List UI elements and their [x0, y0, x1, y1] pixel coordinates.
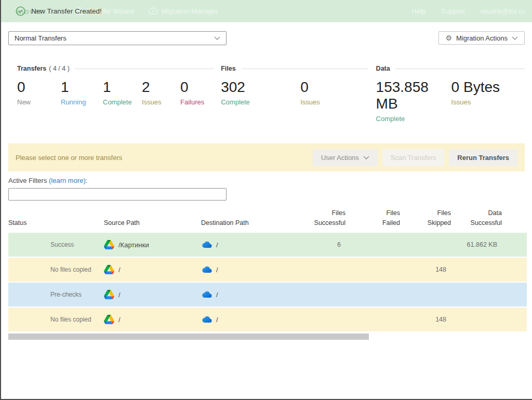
column-header-files-skipped: FilesSkipped [400, 208, 451, 229]
stats-items: 0New1Running1Complete2Issues0Failures [17, 79, 214, 106]
source-path-text: / [118, 291, 121, 299]
help-link[interactable]: Help [411, 7, 425, 15]
data-successful-cell: 61.862 KB [451, 241, 502, 248]
destination-path-cell: / [201, 291, 292, 299]
account-email[interactable]: vkudrik@list.ru [481, 7, 525, 15]
active-filters-colon: : [86, 177, 88, 184]
column-header-files-successful: FilesSuccessful [292, 208, 345, 229]
destination-path-text: / [216, 241, 218, 249]
stat-label: New [17, 98, 61, 106]
user-actions-button[interactable]: User Actions [313, 149, 378, 166]
horizontal-scrollbar-thumb[interactable] [8, 334, 369, 340]
google-drive-icon [104, 240, 114, 249]
toast-notification: New Transfer Created! [16, 0, 102, 22]
column-header-line: Skipped [400, 218, 451, 228]
active-filters-label: Active Filters (learn more): [8, 177, 525, 184]
selection-banner: Please select one or more transfers User… [8, 143, 525, 171]
stats-summary: Transfers( 4 / 4 )0New1Running1Complete2… [8, 65, 525, 123]
column-header-line: Successful [451, 218, 502, 228]
stats-group-title: Data [376, 65, 390, 72]
column-header-files-failed: FilesFailed [345, 208, 400, 229]
stat-value: 0 [300, 79, 320, 96]
column-header-destination-path: Destination Path [201, 218, 292, 228]
stat-value: 2 [142, 79, 180, 96]
column-header-line: Files [345, 208, 400, 218]
rerun-transfers-button[interactable]: Rerun Transfers [449, 149, 517, 166]
stat-value: 1 [103, 79, 142, 96]
column-header-line: Successful [292, 218, 345, 228]
destination-path-text: / [216, 316, 218, 324]
stat-label: Issues [300, 98, 320, 106]
column-header-line: Data [451, 208, 502, 218]
onedrive-icon [201, 316, 212, 323]
source-path-cell: / [104, 265, 201, 274]
files-skipped-cell: 148 [400, 266, 451, 273]
destination-path-text: / [216, 291, 218, 299]
google-drive-icon [104, 290, 114, 299]
table-row[interactable]: Pre-checks / / [8, 283, 527, 308]
stat-label: Complete [376, 115, 451, 123]
filter-input[interactable] [8, 188, 227, 201]
stats-group-files: Files302Complete0Issues [221, 65, 367, 123]
destination-path-cell: / [201, 316, 292, 324]
transfer-type-select[interactable]: Normal Transfers [8, 31, 227, 45]
banner-actions: User Actions Scan TransfersRerun Transfe… [313, 149, 517, 166]
app-window: mover Transfer Wizard Migration Manager … [0, 0, 532, 400]
status-cell: Pre-checks [8, 291, 104, 298]
stat-running: 1Running [61, 79, 103, 106]
table-row[interactable]: No files copied / /148 [8, 258, 527, 283]
stat-value: 0 [180, 79, 204, 96]
column-header-line: Failed [345, 218, 400, 228]
column-header-line: Files [400, 208, 451, 218]
stat-label: Issues [451, 98, 500, 106]
stats-group-header: Files [221, 65, 367, 72]
files-skipped-cell: 148 [400, 316, 451, 323]
column-header-line: Files [292, 208, 345, 218]
nav-migration-manager-label: Migration Manager [162, 7, 218, 15]
chevron-down-icon [214, 36, 220, 40]
source-path-cell: /Картинки [104, 240, 201, 249]
table-header-row: StatusSource PathDestination PathFilesSu… [8, 205, 527, 233]
chevron-down-icon [363, 156, 369, 159]
stat-label: Failures [180, 98, 204, 106]
learn-more-link[interactable]: (learn more) [49, 177, 86, 184]
column-header-source-path: Source Path [104, 218, 201, 228]
transfers-table: StatusSource PathDestination PathFilesSu… [8, 205, 527, 332]
table-row[interactable]: No files copied / /148 [8, 308, 527, 332]
stat-value: 1 [61, 79, 103, 96]
destination-path-cell: / [201, 241, 292, 249]
source-path-text: / [118, 266, 121, 274]
column-header-line: Destination Path [201, 218, 292, 228]
transfer-type-value: Normal Transfers [15, 34, 66, 42]
google-drive-icon [104, 315, 114, 324]
migration-actions-button[interactable]: ⚙︎ Migration Actions [438, 31, 525, 45]
nav-migration-manager[interactable]: Migration Manager [148, 7, 218, 15]
stat-complete: 302Complete [221, 79, 300, 106]
stats-group-count: ( 4 / 4 ) [49, 65, 70, 72]
destination-path-text: / [216, 266, 218, 274]
stat-label: Running [61, 98, 103, 106]
files-successful-cell: 6 [292, 241, 345, 248]
table-row[interactable]: Success /Картинки /661.862 KB [8, 233, 527, 258]
status-cell: No files copied [8, 316, 104, 323]
stat-complete: 153.858 MBComplete [376, 79, 451, 123]
onedrive-icon [201, 241, 212, 248]
stat-new: 0New [17, 79, 61, 106]
active-filters-text: Active Filters [8, 177, 49, 184]
scan-transfers-button[interactable]: Scan Transfers [382, 149, 444, 166]
support-link[interactable]: Support [441, 7, 465, 15]
onedrive-icon [201, 291, 212, 298]
column-header-line: Source Path [104, 218, 201, 228]
button-label: Scan Transfers [391, 154, 436, 162]
stats-group-header: Data [376, 65, 525, 72]
stat-failures: 0Failures [180, 79, 204, 106]
success-check-icon [16, 6, 25, 16]
column-header-data-successful: DataSuccessful [451, 208, 502, 229]
stat-issues: 0Issues [300, 79, 320, 106]
stat-label: Complete [103, 98, 142, 106]
stat-label: Issues [142, 98, 180, 106]
stat-complete: 1Complete [103, 79, 142, 106]
divider-line [395, 69, 525, 69]
stat-label: Complete [221, 98, 300, 106]
banner-message: Please select one or more transfers [16, 154, 122, 162]
